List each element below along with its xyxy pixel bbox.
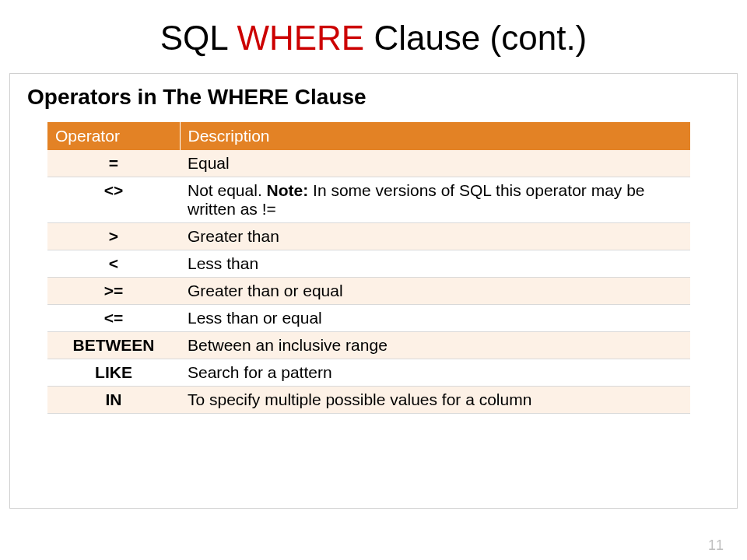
table-row: < Less than: [47, 250, 690, 278]
table-header-row: Operator Description: [47, 122, 690, 150]
title-highlight: WHERE: [237, 19, 364, 57]
description-cell: Search for a pattern: [180, 359, 690, 387]
description-cell: Greater than or equal: [180, 278, 690, 305]
subtitle: Operators in The WHERE Clause: [27, 85, 723, 110]
operators-table: Operator Description = Equal <> Not equa…: [47, 122, 690, 414]
operator-cell: <=: [47, 305, 180, 332]
page-number: 11: [708, 537, 724, 554]
table-row: >= Greater than or equal: [47, 278, 690, 305]
table-row: = Equal: [47, 150, 690, 177]
col-operator: Operator: [47, 122, 180, 150]
table-row: BETWEEN Between an inclusive range: [47, 332, 690, 359]
operator-cell: IN: [47, 387, 180, 414]
table-row: IN To specify multiple possible values f…: [47, 387, 690, 414]
col-description: Description: [180, 122, 690, 150]
description-cell: Less than or equal: [180, 305, 690, 332]
operator-cell: >=: [47, 278, 180, 305]
operator-cell: <>: [47, 177, 180, 223]
table-row: <> Not equal. Note: In some versions of …: [47, 177, 690, 223]
description-cell: Between an inclusive range: [180, 332, 690, 359]
operator-cell: >: [47, 223, 180, 250]
title-post: Clause (cont.): [364, 19, 587, 57]
description-cell: Less than: [180, 250, 690, 278]
description-cell: Not equal. Note: In some versions of SQL…: [180, 177, 690, 223]
description-cell: To specify multiple possible values for …: [180, 387, 690, 414]
content-box: Operators in The WHERE Clause Operator D…: [9, 73, 738, 509]
operator-cell: BETWEEN: [47, 332, 180, 359]
table-row: <= Less than or equal: [47, 305, 690, 332]
title-pre: SQL: [160, 19, 237, 57]
table-row: LIKE Search for a pattern: [47, 359, 690, 387]
slide-title: SQL WHERE Clause (cont.): [0, 19, 747, 58]
table-row: > Greater than: [47, 223, 690, 250]
operator-cell: <: [47, 250, 180, 278]
description-cell: Equal: [180, 150, 690, 177]
operator-cell: =: [47, 150, 180, 177]
description-cell: Greater than: [180, 223, 690, 250]
operator-cell: LIKE: [47, 359, 180, 387]
